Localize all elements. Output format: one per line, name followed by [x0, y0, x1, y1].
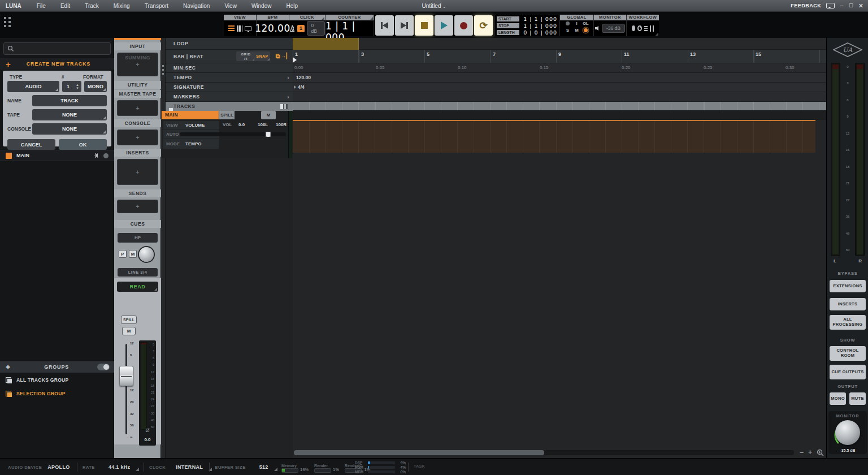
menu-track[interactable]: Track — [77, 3, 106, 9]
global-solo[interactable]: S — [564, 28, 572, 33]
menu-navigation[interactable]: Navigation — [176, 3, 217, 9]
cancel-button[interactable]: CANCEL — [7, 139, 55, 150]
rate-value[interactable]: 44.1 kHz — [108, 464, 130, 470]
output-mono-button[interactable]: MONO — [830, 392, 846, 405]
menu-edit[interactable]: Edit — [53, 3, 77, 9]
playhead-icon[interactable] — [293, 57, 297, 63]
vol-value[interactable]: 0.0 — [238, 122, 258, 127]
fader-handle[interactable] — [119, 366, 133, 386]
pan-slider[interactable] — [180, 132, 286, 136]
close-button[interactable]: ✕ — [858, 3, 863, 9]
summing-slot[interactable]: SUMMING + — [117, 53, 158, 76]
console-dropdown[interactable]: NONE — [32, 123, 107, 135]
tempo-value[interactable]: 120.00 — [296, 75, 311, 80]
markers-lane[interactable] — [293, 92, 826, 102]
zoom-in-button[interactable]: + — [808, 448, 812, 456]
pan-left-value[interactable]: 100L — [258, 122, 276, 127]
tape-dropdown[interactable]: NONE — [32, 109, 107, 120]
loop-row[interactable]: LOOP — [166, 38, 293, 50]
fader-value[interactable]: 0.0 — [139, 437, 156, 442]
window-title[interactable]: Untitled — [422, 3, 446, 9]
timeline-area[interactable]: 13579111315 0:000:050:100:150:200:250:30… — [293, 38, 826, 458]
scrollbar-thumb[interactable] — [294, 450, 544, 455]
phase-button[interactable]: Ø — [139, 428, 156, 433]
menu-mixing[interactable]: Mixing — [106, 3, 137, 9]
tempo-row[interactable]: TEMPO› — [166, 73, 293, 83]
workflow-circle-icon[interactable] — [632, 25, 635, 31]
sends-slot[interactable]: + — [117, 200, 158, 213]
fader-track[interactable] — [125, 344, 127, 434]
console-slot[interactable]: + — [117, 129, 158, 145]
zoom-out-button[interactable]: − — [800, 448, 804, 456]
track-grid-icon[interactable] — [280, 104, 288, 109]
bypass-all-processing-button[interactable]: ALL PROCESSING — [830, 315, 866, 330]
workflow-columns-icon[interactable] — [650, 25, 654, 32]
spill-button[interactable]: SPILL — [121, 316, 137, 324]
maximize-button[interactable]: ☐ — [849, 3, 853, 9]
master-tape-slot[interactable]: + — [117, 100, 158, 116]
track-list-item-main[interactable]: MAIN — [0, 150, 114, 161]
groups-toggle[interactable] — [97, 364, 110, 370]
main-track-tab[interactable]: MAIN — [162, 111, 219, 119]
menu-help[interactable]: Help — [279, 3, 305, 9]
main-spill-button[interactable]: SPILL — [219, 111, 235, 119]
loop-region[interactable] — [293, 38, 359, 50]
inserts-slot[interactable]: + — [117, 159, 158, 185]
buffer-dropdown-icon[interactable] — [274, 468, 277, 471]
monitor-db-value[interactable]: -35.5 dB — [828, 448, 867, 452]
group-all-tracks[interactable]: ALL TRACKS GROUP — [0, 375, 114, 385]
pan-slider-handle[interactable] — [266, 132, 271, 137]
global-i-label[interactable]: I — [573, 21, 581, 26]
search-input[interactable] — [3, 42, 111, 55]
track-record-dot[interactable] — [103, 153, 108, 158]
tempo-lane[interactable]: 120.00 — [293, 73, 826, 83]
menu-view[interactable]: View — [217, 3, 244, 9]
stop-button[interactable] — [415, 15, 433, 36]
line-34-button[interactable]: LINE 3/4 — [118, 268, 158, 277]
play-button[interactable] — [435, 15, 453, 36]
chevron-right-icon[interactable]: › — [287, 75, 289, 81]
global-ol-indicator[interactable] — [584, 28, 588, 32]
click-count[interactable]: 1 — [297, 25, 304, 32]
tracks-row[interactable]: TRACKS — [166, 102, 293, 111]
bar-beat-row[interactable]: BAR | BEAT GRID/4 SNAP ⧉ →▏ — [166, 50, 293, 63]
cue-mute-button[interactable]: M — [129, 250, 137, 258]
menu-luna[interactable]: LUNA — [0, 3, 29, 9]
workflow-list-icon[interactable] — [644, 26, 648, 31]
start-value[interactable]: 1 | 1 | 000 — [522, 16, 557, 22]
track-list-icon[interactable] — [228, 25, 235, 31]
loop-lane[interactable] — [293, 38, 826, 50]
mute-button[interactable]: M — [122, 327, 136, 335]
bypass-inserts-button[interactable]: INSERTS — [830, 298, 866, 310]
stepper-arrows-icon[interactable]: ▲▼ — [76, 83, 79, 90]
bar-ruler[interactable]: 13579111315 — [293, 50, 826, 63]
length-value[interactable]: 0 | 0 | 000 — [522, 29, 557, 36]
feedback-button[interactable]: FEEDBACK — [791, 3, 821, 8]
minimize-button[interactable]: − — [840, 3, 843, 9]
min-sec-row[interactable]: MIN:SEC — [166, 63, 293, 73]
signature-value[interactable]: 4/4 — [298, 84, 305, 90]
show-control-room-button[interactable]: CONTROL ROOM — [830, 346, 866, 361]
clock-value[interactable]: INTERNAL — [176, 464, 203, 470]
mode-value[interactable]: TEMPO — [185, 141, 201, 146]
record-button[interactable] — [454, 15, 473, 36]
monitor-view-icon[interactable] — [245, 26, 251, 31]
audio-device-value[interactable]: APOLLO — [47, 464, 70, 470]
menu-window[interactable]: Window — [244, 3, 279, 9]
grid-dropdown[interactable]: GRID/4 — [236, 51, 255, 61]
link-icon[interactable]: ⧉ — [276, 53, 280, 60]
pan-right-value[interactable]: 100R — [276, 122, 287, 127]
signature-lane[interactable]: 4/4 — [293, 83, 826, 92]
group-selection[interactable]: SELECTION GROUP — [0, 388, 114, 399]
main-track-lane[interactable] — [293, 120, 815, 153]
chevron-right-icon[interactable]: › — [287, 94, 289, 100]
monitor-volume-knob[interactable] — [835, 420, 860, 445]
add-group-icon[interactable]: + — [0, 362, 16, 372]
rate-dropdown-icon[interactable] — [136, 468, 139, 471]
global-ol-label[interactable]: OL — [582, 21, 590, 26]
mixer-view-icon[interactable] — [237, 25, 243, 32]
click-db-button[interactable]: 0 dB — [307, 21, 325, 36]
speaker-icon[interactable] — [595, 26, 598, 31]
follow-playhead-icon[interactable]: →▏ — [280, 53, 291, 59]
drag-handle-icon[interactable] — [162, 65, 164, 77]
